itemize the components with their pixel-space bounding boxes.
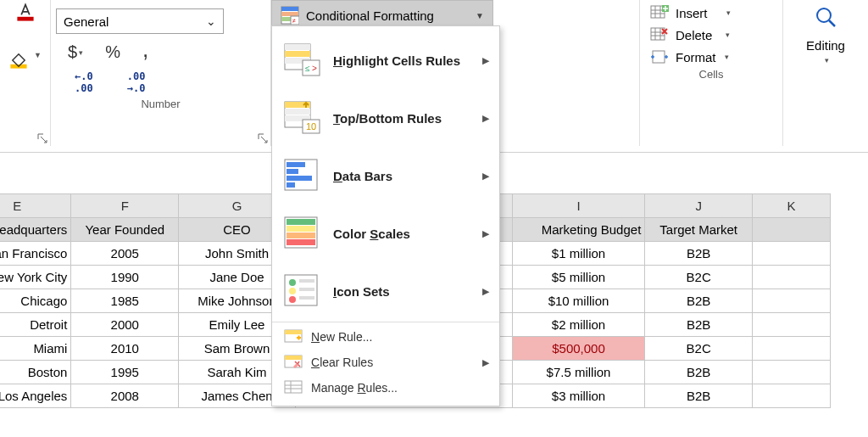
col-header-I[interactable]: I bbox=[512, 194, 645, 218]
cell[interactable]: 1985 bbox=[71, 289, 179, 313]
cell[interactable]: 1990 bbox=[71, 266, 179, 289]
cell[interactable]: Headquarters bbox=[0, 218, 71, 242]
cell[interactable]: Los Angeles bbox=[0, 384, 71, 408]
cell[interactable] bbox=[752, 266, 830, 289]
cell[interactable]: B2C bbox=[645, 337, 753, 361]
cf-data-bars[interactable]: Data Bars ▶ bbox=[272, 147, 499, 204]
editing-label[interactable]: Editing bbox=[806, 38, 845, 53]
cell[interactable]: $7.5 million bbox=[512, 361, 645, 384]
ribbon-group-stub-left: ▼ bbox=[0, 0, 51, 146]
cell[interactable] bbox=[752, 361, 830, 384]
cell[interactable]: Target Market bbox=[645, 218, 753, 242]
dialog-launcher-number[interactable] bbox=[257, 132, 269, 144]
cf-top-bottom-rules[interactable]: 10 Top/Bottom Rules ▶ bbox=[272, 89, 499, 147]
svg-point-33 bbox=[289, 288, 296, 294]
submenu-arrow-icon: ▶ bbox=[482, 55, 489, 66]
cell[interactable]: Detroit bbox=[0, 313, 71, 337]
cell[interactable]: $2 million bbox=[512, 313, 645, 337]
col-header-K[interactable]: K bbox=[752, 194, 830, 218]
cell[interactable] bbox=[752, 218, 830, 242]
comma-style-button[interactable]: , bbox=[142, 42, 148, 62]
currency-button[interactable]: $▾ bbox=[68, 42, 83, 62]
cell[interactable]: B2B bbox=[645, 384, 753, 408]
find-select-button[interactable] bbox=[814, 5, 837, 35]
cell[interactable]: B2C bbox=[645, 266, 753, 289]
cell[interactable] bbox=[752, 242, 830, 266]
cell[interactable]: $10 million bbox=[512, 289, 645, 313]
data-bars-icon bbox=[284, 159, 321, 193]
insert-cells-button[interactable]: Insert ▾ bbox=[650, 5, 777, 20]
cell[interactable] bbox=[752, 313, 830, 337]
cell[interactable]: Boston bbox=[0, 361, 71, 384]
dropdown-arrow-icon[interactable]: ▾ bbox=[825, 56, 829, 64]
dialog-launcher[interactable] bbox=[36, 132, 48, 144]
cell[interactable] bbox=[752, 337, 830, 361]
ribbon-spacer bbox=[493, 0, 639, 146]
cell[interactable]: Marketing Budget bbox=[512, 218, 645, 242]
icon-sets-icon bbox=[284, 274, 321, 308]
cell[interactable]: Year Founded bbox=[71, 218, 179, 242]
cell[interactable]: $3 million bbox=[512, 384, 645, 408]
cf-manage-rules[interactable]: Manage Rules... bbox=[272, 375, 499, 401]
format-cells-button[interactable]: Format ▾ bbox=[650, 49, 777, 64]
svg-line-59 bbox=[829, 20, 835, 26]
cell[interactable]: $500,000 bbox=[512, 337, 645, 361]
dropdown-arrow-icon[interactable]: ▾ bbox=[726, 8, 731, 17]
cf-icon-sets[interactable]: Icon Sets ▶ bbox=[272, 262, 499, 320]
svg-text:≤: ≤ bbox=[305, 64, 310, 73]
cf-new-rule[interactable]: New Rule... bbox=[272, 324, 499, 350]
cell[interactable]: Chicago bbox=[0, 289, 71, 313]
cell[interactable]: New York City bbox=[0, 266, 71, 289]
ribbon-group-styles: ≠ Conditional Formatting ▼ ≤> Highlight … bbox=[271, 0, 493, 146]
increase-decimal-button[interactable]: ←.0.00 bbox=[75, 70, 93, 94]
cell[interactable]: B2B bbox=[645, 361, 753, 384]
col-header-J[interactable]: J bbox=[645, 194, 753, 218]
cell[interactable]: 2005 bbox=[71, 242, 179, 266]
insert-icon bbox=[650, 5, 669, 20]
ribbon-group-editing: Editing ▾ bbox=[783, 0, 868, 146]
number-format-select[interactable]: General ⌄ bbox=[56, 8, 224, 34]
top-bottom-icon: 10 bbox=[284, 101, 321, 135]
dropdown-arrow-icon[interactable]: ▾ bbox=[725, 53, 729, 61]
number-format-value: General bbox=[64, 14, 108, 29]
col-header-F[interactable]: F bbox=[71, 194, 179, 218]
dropdown-arrow-icon: ▼ bbox=[476, 11, 484, 20]
chevron-down-icon: ⌄ bbox=[206, 14, 216, 28]
cell[interactable]: San Francisco bbox=[0, 242, 71, 266]
dropdown-arrow-icon[interactable]: ▾ bbox=[726, 31, 730, 39]
cell[interactable]: $1 million bbox=[512, 242, 645, 266]
submenu-arrow-icon: ▶ bbox=[482, 228, 489, 239]
cell[interactable]: 1995 bbox=[71, 361, 179, 384]
cell[interactable]: 2008 bbox=[71, 384, 179, 408]
svg-text:≠: ≠ bbox=[292, 18, 296, 24]
submenu-arrow-icon: ▶ bbox=[482, 286, 489, 297]
cell[interactable]: Miami bbox=[0, 337, 71, 361]
svg-rect-22 bbox=[287, 162, 305, 167]
group-title-cells: Cells bbox=[645, 64, 777, 84]
font-color-button[interactable] bbox=[15, 3, 36, 22]
cell[interactable]: 2000 bbox=[71, 313, 179, 337]
svg-rect-27 bbox=[287, 219, 315, 225]
svg-rect-29 bbox=[287, 233, 315, 238]
svg-rect-39 bbox=[285, 330, 302, 334]
group-title-number: Number bbox=[56, 94, 265, 114]
cell[interactable]: 2010 bbox=[71, 337, 179, 361]
dropdown-arrow-icon[interactable]: ▼ bbox=[34, 51, 42, 70]
cell[interactable]: B2B bbox=[645, 313, 753, 337]
percent-button[interactable]: % bbox=[105, 42, 120, 62]
fill-color-button[interactable] bbox=[8, 51, 29, 70]
cf-highlight-cells-rules[interactable]: ≤> Highlight Cells Rules ▶ bbox=[272, 31, 499, 89]
cell[interactable] bbox=[752, 289, 830, 313]
delete-icon bbox=[650, 27, 669, 42]
col-header-E[interactable]: E bbox=[0, 194, 71, 218]
cell[interactable]: $5 million bbox=[512, 266, 645, 289]
delete-cells-button[interactable]: Delete ▾ bbox=[650, 27, 777, 42]
cell[interactable] bbox=[752, 384, 830, 408]
svg-rect-35 bbox=[299, 279, 314, 283]
svg-rect-57 bbox=[653, 51, 665, 63]
cf-clear-rules[interactable]: Clear Rules ▶ bbox=[272, 350, 499, 375]
cf-color-scales[interactable]: Color Scales ▶ bbox=[272, 204, 499, 262]
decrease-decimal-button[interactable]: .00→.0 bbox=[127, 70, 146, 94]
cell[interactable]: B2B bbox=[645, 242, 753, 266]
cell[interactable]: B2B bbox=[645, 289, 753, 313]
